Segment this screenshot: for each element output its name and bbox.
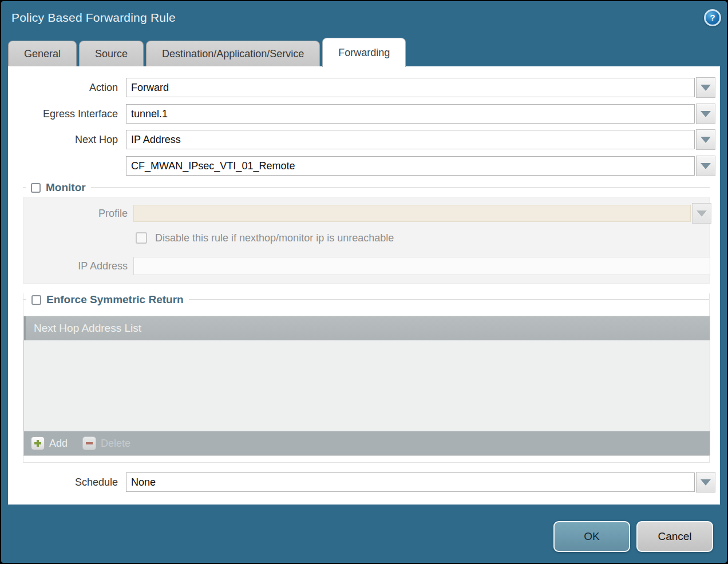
chevron-down-icon [701,111,711,117]
delete-button[interactable]: Delete [82,436,130,450]
monitor-legend: Monitor [26,181,91,194]
schedule-label: Schedule [8,476,118,488]
enforce-legend: Enforce Symmetric Return [26,293,189,306]
next-hop-address-combo [126,156,715,176]
action-dropdown-button[interactable] [696,77,715,98]
plus-icon [31,436,45,450]
chevron-down-icon [697,210,707,217]
next-hop-type-input[interactable] [126,130,695,149]
chevron-down-icon [701,137,711,143]
help-icon[interactable]: ? [704,9,721,26]
enforce-symmetric-return-group: Enforce Symmetric Return Next Hop Addres… [23,293,710,463]
tab-general[interactable]: General [8,41,77,67]
add-button[interactable]: Add [31,436,68,450]
tab-forwarding[interactable]: Forwarding [322,38,406,67]
action-label: Action [8,82,118,94]
egress-interface-label: Egress Interface [8,108,118,120]
enforce-symmetric-return-checkbox[interactable] [31,295,41,305]
next-hop-address-list-footer: Add Delete [24,431,710,455]
next-hop-row: Next Hop [8,130,718,149]
forwarding-tab-panel: Action Egress Interface Next Hop [8,66,720,505]
screen: Policy Based Forwarding Rule ? General S… [0,0,728,564]
action-combo [126,78,715,98]
monitor-ip-label: IP Address [23,260,128,272]
tab-strip: General Source Destination/Application/S… [8,38,406,67]
next-hop-address-list-table: Next Hop Address List Add Delete [23,316,710,456]
schedule-input[interactable] [126,472,695,492]
chevron-down-icon [701,163,711,169]
egress-interface-input[interactable] [126,104,695,124]
monitor-ip-row: IP Address [23,257,710,275]
egress-interface-row: Egress Interface [8,104,718,124]
monitor-group: Monitor Profile Disable this rule if nex… [23,181,710,284]
next-hop-combo [126,130,715,150]
profile-input[interactable] [133,205,691,222]
egress-interface-combo [126,104,715,124]
profile-label: Profile [23,208,128,220]
delete-button-label: Delete [101,438,130,450]
action-input[interactable] [126,78,695,97]
tab-source[interactable]: Source [79,41,144,67]
minus-icon [82,436,96,450]
cancel-button[interactable]: Cancel [636,521,713,552]
schedule-combo [126,472,715,492]
schedule-dropdown-button[interactable] [696,472,715,492]
ok-button[interactable]: OK [553,521,630,552]
dialog-title: Policy Based Forwarding Rule [11,11,176,25]
next-hop-address-list-body [24,340,710,431]
next-hop-address-input[interactable] [126,156,695,176]
next-hop-address-row [8,156,718,176]
next-hop-label: Next Hop [8,134,118,146]
egress-interface-dropdown-button[interactable] [696,104,715,124]
profile-row: Profile [23,205,709,222]
action-row: Action [8,78,718,97]
monitor-title: Monitor [46,181,86,194]
add-button-label: Add [49,438,68,450]
chevron-down-icon [701,479,711,486]
disable-rule-row: Disable this rule if nexthop/monitor ip … [136,232,394,244]
chevron-down-icon [701,85,711,91]
next-hop-dropdown-button[interactable] [696,129,715,150]
enforce-symmetric-return-title: Enforce Symmetric Return [46,293,184,306]
next-hop-address-list-header: Next Hop Address List [24,316,710,340]
pbf-rule-dialog: Policy Based Forwarding Rule ? General S… [1,1,727,563]
monitor-group-border [23,187,710,188]
schedule-row: Schedule [8,472,718,492]
monitor-body: Profile Disable this rule if nexthop/mon… [23,197,710,284]
monitor-ip-input[interactable] [133,257,710,275]
monitor-checkbox[interactable] [31,183,41,193]
disable-rule-label: Disable this rule if nexthop/monitor ip … [155,232,394,244]
tab-destination-application-service[interactable]: Destination/Application/Service [146,41,320,67]
profile-dropdown-button[interactable] [692,203,711,224]
disable-rule-checkbox[interactable] [136,232,147,244]
next-hop-address-dropdown-button[interactable] [696,156,715,176]
